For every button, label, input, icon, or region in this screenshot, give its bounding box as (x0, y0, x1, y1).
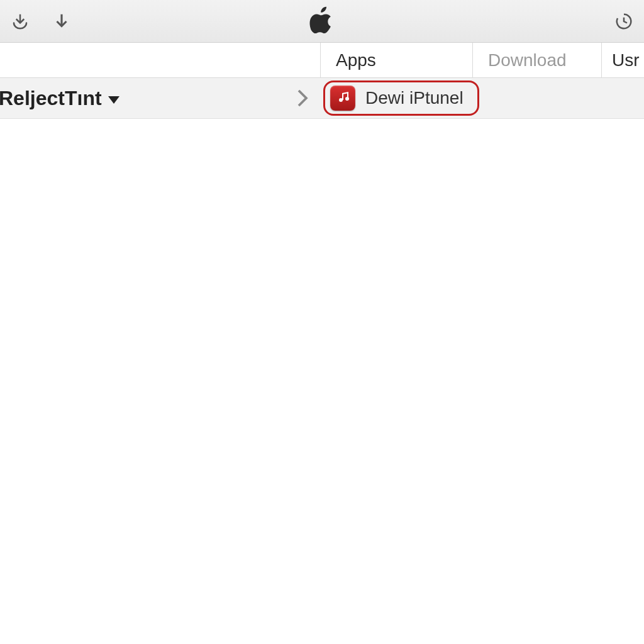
chevron-right-icon (296, 87, 309, 109)
breadcrumb-dropdown[interactable]: ReljectTınt (0, 87, 119, 110)
tab-download[interactable]: Download (473, 43, 602, 77)
download-tray-icon[interactable] (9, 10, 31, 33)
apple-logo-icon (308, 6, 336, 36)
toolbar-left-group (9, 10, 73, 33)
top-toolbar (0, 0, 644, 43)
tab-apps[interactable]: Apps (321, 43, 473, 77)
tabs-row: Apps Download Usr (0, 43, 644, 78)
breadcrumb-row: ReljectTınt Dewi iPtunel (0, 78, 644, 119)
tab-usr[interactable]: Usr (602, 43, 644, 77)
tab-label: Download (488, 50, 567, 70)
tab-label: Usr (612, 50, 640, 70)
music-note-icon (330, 86, 355, 111)
breadcrumb-item-selected[interactable]: Dewi iPtunel (323, 80, 479, 116)
download-arrow-icon[interactable] (50, 10, 73, 33)
breadcrumb-dropdown-label: ReljectTınt (0, 87, 102, 110)
breadcrumb-item-label: Dewi iPtunel (365, 88, 464, 108)
tabs-spacer (0, 43, 321, 77)
history-clock-icon[interactable] (613, 10, 635, 33)
chevron-down-icon (108, 96, 119, 104)
toolbar-right-group (613, 10, 635, 33)
tab-label: Apps (336, 50, 376, 70)
